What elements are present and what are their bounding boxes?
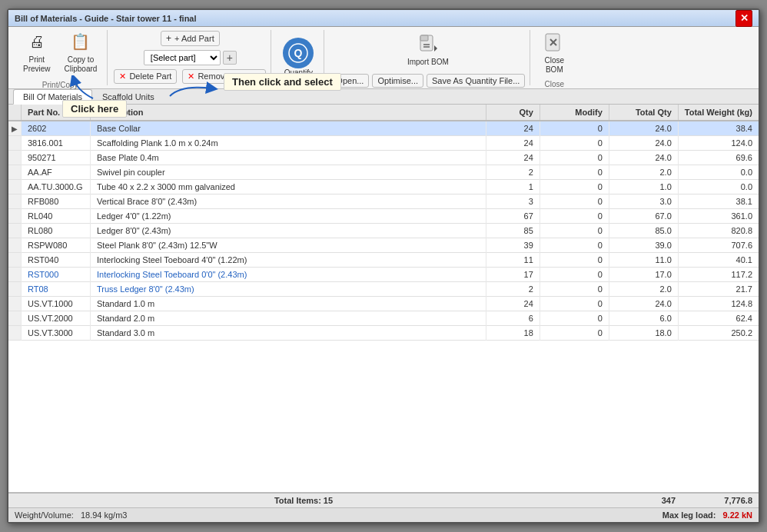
add-part-button[interactable]: + + Add Part [161, 31, 220, 46]
import-bom-label: Import BOM [407, 58, 449, 67]
print-group: 🖨 PrintPreview 📋 Copy toClipboard Print/… [13, 30, 108, 85]
max-leg-load-label: Max leg load: [662, 510, 716, 520]
tab-bar: Bill Of Materials Scaffold Units [8, 89, 759, 105]
close-window-button[interactable]: ✕ [735, 10, 752, 27]
weight-volume-label: Weight/Volume: [15, 510, 74, 520]
window-title: Bill of Materials - Guide - Stair tower … [15, 14, 735, 23]
row-indicator [8, 224, 22, 238]
copy-clipboard-label: Copy toClipboard [65, 55, 98, 74]
cell-modify: 0 [540, 136, 609, 151]
main-window: Bill of Materials - Guide - Stair tower … [7, 8, 760, 524]
cell-part-no: US.VT.2000 [22, 311, 91, 326]
cell-part-no: US.VT.3000 [22, 326, 91, 341]
table-row[interactable]: RT08Truss Ledger 8'0" (2.43m)202.021.7 [8, 282, 759, 297]
cell-total-qty: 18.0 [609, 326, 678, 341]
cell-modify: 0 [540, 209, 609, 224]
row-indicator [8, 253, 22, 268]
table-row[interactable]: 950271Base Plate 0.4m24024.069.6 [8, 151, 759, 165]
cell-total-weight: 0.0 [678, 165, 759, 180]
cell-total-weight: 124.8 [678, 297, 759, 311]
remove-custom-button[interactable]: ✕ Remove Custom [182, 69, 266, 84]
table-row[interactable]: RL080Ledger 8'0" (2.43m)85085.0820.8 [8, 224, 759, 238]
cell-qty: 85 [486, 224, 540, 238]
cell-part-no: 2602 [22, 121, 91, 136]
parts-group: + + Add Part [Select part] + ✕ Delete Pa… [109, 30, 271, 85]
open-button[interactable]: Open... [330, 74, 369, 88]
table-row[interactable]: AA.TU.3000.GTube 40 x 2.2 x 3000 mm galv… [8, 180, 759, 195]
svg-marker-6 [434, 45, 437, 52]
total-qty-value: 347 [583, 496, 676, 505]
print-preview-label: PrintPreview [23, 55, 51, 74]
optimise-button[interactable]: Optimise... [372, 74, 423, 88]
table-row[interactable]: US.VT.1000Standard 1.0 m24024.0124.8 [8, 297, 759, 311]
table-row[interactable]: RST040Interlocking Steel Toeboard 4'0" (… [8, 253, 759, 268]
cell-qty: 67 [486, 209, 540, 224]
table-row[interactable]: RFB080Vertical Brace 8'0" (2.43m)303.038… [8, 195, 759, 209]
table-row[interactable]: RL040Ledger 4'0" (1.22m)67067.0361.0 [8, 209, 759, 224]
cell-qty: 24 [486, 297, 540, 311]
cell-description: Base Plate 0.4m [91, 151, 486, 165]
quantify-button[interactable]: Q Quantify [277, 35, 319, 81]
col-qty[interactable]: Qty [486, 105, 540, 121]
copy-clipboard-button[interactable]: 📋 Copy toClipboard [59, 26, 103, 77]
total-items-label: Total Items: 15 [93, 496, 514, 505]
cell-total-qty: 3.0 [609, 195, 678, 209]
save-quantify-button[interactable]: Save As Quantity File... [427, 74, 525, 88]
col-total-qty[interactable]: Total Qty [609, 105, 678, 121]
delete-part-icon: ✕ [119, 71, 126, 81]
cell-description: Truss Ledger 8'0" (2.43m) [91, 282, 486, 297]
cell-modify: 0 [540, 121, 609, 136]
cell-total-weight: 0.0 [678, 180, 759, 195]
open-label: Open... [336, 76, 364, 85]
table-row[interactable]: US.VT.2000Standard 2.0 m606.062.4 [8, 311, 759, 326]
row-indicator [8, 297, 22, 311]
cell-modify: 0 [540, 224, 609, 238]
cell-modify: 0 [540, 151, 609, 165]
cell-total-weight: 124.0 [678, 136, 759, 151]
delete-part-label: Delete Part [129, 71, 171, 81]
table-row[interactable]: 3816.001Scaffolding Plank 1.0 m x 0.24m2… [8, 136, 759, 151]
tab-bill-of-materials[interactable]: Bill Of Materials [13, 89, 92, 105]
table-row[interactable]: US.VT.3000Standard 3.0 m18018.0250.2 [8, 326, 759, 341]
cell-modify: 0 [540, 297, 609, 311]
quantify-label: Quantify [284, 68, 313, 78]
cell-modify: 0 [540, 282, 609, 297]
col-part-no[interactable]: Part No. ▲ [22, 105, 91, 121]
cell-part-no: 950271 [22, 151, 91, 165]
row-indicator [8, 282, 22, 297]
table-container: Part No. ▲ Description Qty Modify Total … [8, 105, 759, 492]
cell-total-qty: 39.0 [609, 238, 678, 253]
svg-text:Q: Q [294, 47, 303, 59]
cell-qty: 17 [486, 268, 540, 282]
cell-total-qty: 17.0 [609, 268, 678, 282]
table-row[interactable]: RST000Interlocking Steel Toeboard 0'0" (… [8, 268, 759, 282]
table-row[interactable]: RSPW080Steel Plank 8'0" (2.43m) 12.5"W39… [8, 238, 759, 253]
add-part-label: + Add Part [174, 34, 214, 43]
tab-scaffold-units[interactable]: Scaffold Units [92, 89, 164, 104]
row-indicator [8, 268, 22, 282]
sort-arrow-icon: ▲ [64, 109, 71, 117]
cell-total-weight: 361.0 [678, 209, 759, 224]
total-weight-value: 7,776.8 [676, 496, 752, 505]
col-modify[interactable]: Modify [540, 105, 609, 121]
cell-description: Vertical Brace 8'0" (2.43m) [91, 195, 486, 209]
cell-modify: 0 [540, 311, 609, 326]
save-quantify-label: Save As Quantity File... [432, 76, 520, 85]
cell-total-qty: 24.0 [609, 151, 678, 165]
status-weight-volume: Weight/Volume: 18.94 kg/m3 [15, 510, 662, 520]
cell-modify: 0 [540, 253, 609, 268]
row-indicator [8, 238, 22, 253]
print-preview-button[interactable]: 🖨 PrintPreview [18, 26, 56, 77]
delete-part-button[interactable]: ✕ Delete Part [114, 69, 177, 84]
row-indicator: ▶ [8, 121, 22, 136]
col-total-weight[interactable]: Total Weight (kg) [678, 105, 759, 121]
add-part-icon: + [166, 33, 171, 44]
table-row[interactable]: ▶2602Base Collar24024.038.4 [8, 121, 759, 136]
import-bom-button[interactable]: Import BOM [402, 28, 454, 70]
close-bom-button[interactable]: CloseBOM [536, 27, 572, 78]
select-part-dropdown[interactable]: [Select part] [144, 50, 221, 65]
table-row[interactable]: AA.AFSwivel pin coupler202.00.0 [8, 165, 759, 180]
quantify-icon: Q [283, 38, 314, 68]
select-add-button[interactable]: + [223, 51, 237, 65]
col-description[interactable]: Description [91, 105, 486, 121]
